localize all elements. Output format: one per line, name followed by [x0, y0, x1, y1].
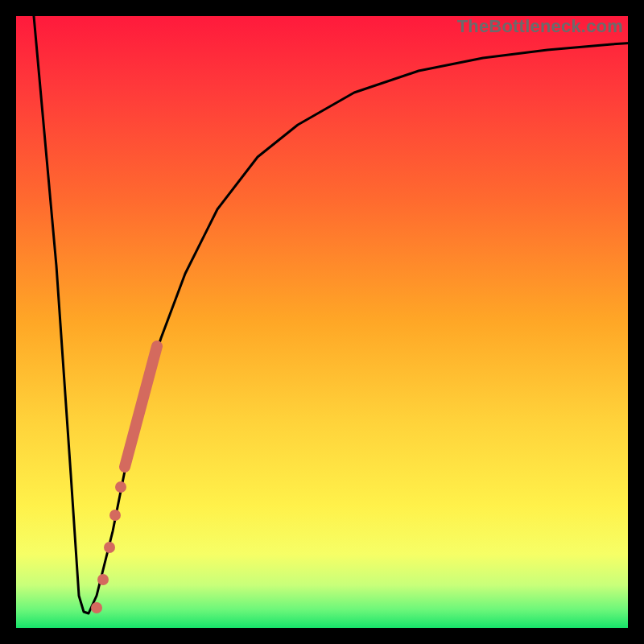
marker-dot	[97, 574, 109, 585]
marker-dot	[115, 481, 126, 493]
marker-dot	[104, 542, 115, 553]
chart-svg	[16, 16, 628, 628]
chart-frame: TheBottleneck.com	[0, 0, 644, 644]
plot-area: TheBottleneck.com	[16, 16, 628, 628]
bottleneck-curve	[34, 16, 636, 613]
marker-dot	[91, 602, 102, 613]
marker-dot	[109, 510, 121, 521]
highlighted-segment	[125, 346, 157, 467]
